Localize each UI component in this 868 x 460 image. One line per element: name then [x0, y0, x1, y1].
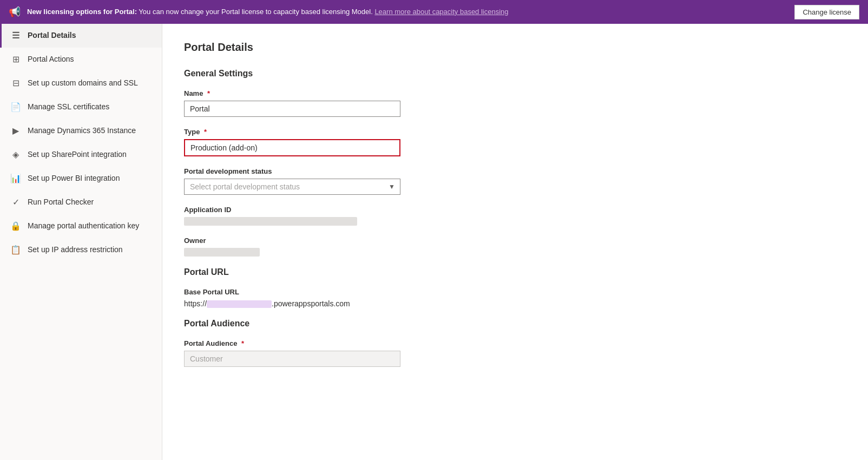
sidebar-icon-portal-details: ☰: [10, 30, 21, 41]
owner-field-group: Owner: [184, 236, 846, 257]
portal-dev-status-wrapper: Select portal development status Develop…: [184, 179, 400, 195]
sidebar-icon-sharepoint: ◈: [10, 149, 21, 160]
sidebar-icon-power-bi: 📊: [10, 173, 21, 184]
name-required-star: *: [207, 89, 210, 97]
name-input[interactable]: [184, 101, 400, 117]
sidebar-icon-ip-restriction: 📋: [10, 245, 21, 255]
sidebar-item-portal-actions[interactable]: ⊞Portal Actions: [0, 48, 162, 71]
learn-more-link[interactable]: Learn more about capacity based licensin…: [374, 8, 508, 16]
sidebar-item-portal-checker[interactable]: ✓Run Portal Checker: [0, 190, 162, 214]
portal-url-title: Portal URL: [184, 267, 846, 277]
sidebar-item-ssl-certs[interactable]: 📄Manage SSL certificates: [0, 95, 162, 119]
url-redacted-part: [207, 300, 272, 308]
sidebar-label-portal-details: Portal Details: [28, 30, 153, 41]
sidebar-label-portal-checker: Run Portal Checker: [28, 197, 153, 208]
base-portal-url-value: https://.powerappsportals.com: [184, 299, 846, 308]
sidebar-label-auth-key: Manage portal authentication key: [28, 221, 153, 232]
main-layout: ☰Portal Details⊞Portal Actions⊟Set up cu…: [0, 24, 868, 460]
sidebar-label-custom-domains: Set up custom domains and SSL: [28, 78, 153, 89]
application-id-label: Application ID: [184, 206, 846, 214]
portal-dev-status-label: Portal development status: [184, 167, 846, 175]
name-field-group: Name *: [184, 89, 846, 117]
notification-banner: 📢 New licensing options for Portal: You …: [0, 0, 868, 24]
sidebar-icon-portal-checker: ✓: [10, 197, 21, 208]
sidebar-icon-dynamics-instance: ▶: [10, 126, 21, 136]
sidebar-icon-custom-domains: ⊟: [10, 78, 21, 89]
type-field-group: Type *: [184, 128, 846, 156]
sidebar-label-sharepoint: Set up SharePoint integration: [28, 149, 153, 160]
page-title: Portal Details: [184, 41, 846, 54]
sidebar-item-power-bi[interactable]: 📊Set up Power BI integration: [0, 167, 162, 190]
sidebar-icon-auth-key: 🔒: [10, 221, 21, 232]
base-portal-url-group: Base Portal URL https://.powerappsportal…: [184, 288, 846, 308]
sidebar-item-sharepoint[interactable]: ◈Set up SharePoint integration: [0, 143, 162, 167]
sidebar-item-portal-details[interactable]: ☰Portal Details: [0, 24, 162, 48]
type-input[interactable]: [184, 139, 400, 156]
content-area: Portal Details General Settings Name * T…: [162, 24, 868, 460]
banner-text: New licensing options for Portal: You ca…: [27, 7, 788, 17]
announcement-icon: 📢: [9, 6, 21, 18]
portal-dev-status-group: Portal development status Select portal …: [184, 167, 846, 195]
sidebar-item-custom-domains[interactable]: ⊟Set up custom domains and SSL: [0, 71, 162, 95]
portal-dev-status-select[interactable]: Select portal development status Develop…: [184, 179, 400, 195]
banner-bold-text: New licensing options for Portal:: [27, 8, 137, 16]
portal-audience-label: Portal Audience *: [184, 339, 846, 347]
sidebar-item-auth-key[interactable]: 🔒Manage portal authentication key: [0, 214, 162, 238]
sidebar: ☰Portal Details⊞Portal Actions⊟Set up cu…: [0, 24, 162, 460]
url-prefix: https://: [184, 299, 207, 308]
owner-redacted: [184, 248, 260, 257]
portal-audience-group: Portal Audience *: [184, 339, 846, 367]
name-label: Name *: [184, 89, 846, 97]
change-license-button[interactable]: Change license: [794, 5, 859, 19]
owner-label: Owner: [184, 236, 846, 245]
type-required-star: *: [204, 128, 207, 136]
sidebar-label-ssl-certs: Manage SSL certificates: [28, 102, 153, 113]
sidebar-item-dynamics-instance[interactable]: ▶Manage Dynamics 365 Instance: [0, 119, 162, 143]
sidebar-label-portal-actions: Portal Actions: [28, 54, 153, 65]
sidebar-icon-ssl-certs: 📄: [10, 102, 21, 113]
general-settings-title: General Settings: [184, 69, 846, 78]
url-suffix: .powerappsportals.com: [272, 299, 350, 308]
application-id-group: Application ID: [184, 206, 846, 226]
sidebar-icon-portal-actions: ⊞: [10, 54, 21, 65]
sidebar-label-dynamics-instance: Manage Dynamics 365 Instance: [28, 126, 153, 136]
type-label: Type *: [184, 128, 846, 136]
portal-audience-input[interactable]: [184, 351, 400, 367]
sidebar-item-ip-restriction[interactable]: 📋Set up IP address restriction: [0, 238, 162, 262]
banner-normal-text: You can now change your Portal license t…: [139, 8, 372, 16]
base-portal-url-label: Base Portal URL: [184, 288, 846, 296]
sidebar-label-ip-restriction: Set up IP address restriction: [28, 245, 153, 255]
portal-audience-title: Portal Audience: [184, 319, 846, 328]
application-id-redacted: [184, 217, 357, 226]
audience-required-star: *: [241, 339, 244, 347]
sidebar-label-power-bi: Set up Power BI integration: [28, 173, 153, 184]
